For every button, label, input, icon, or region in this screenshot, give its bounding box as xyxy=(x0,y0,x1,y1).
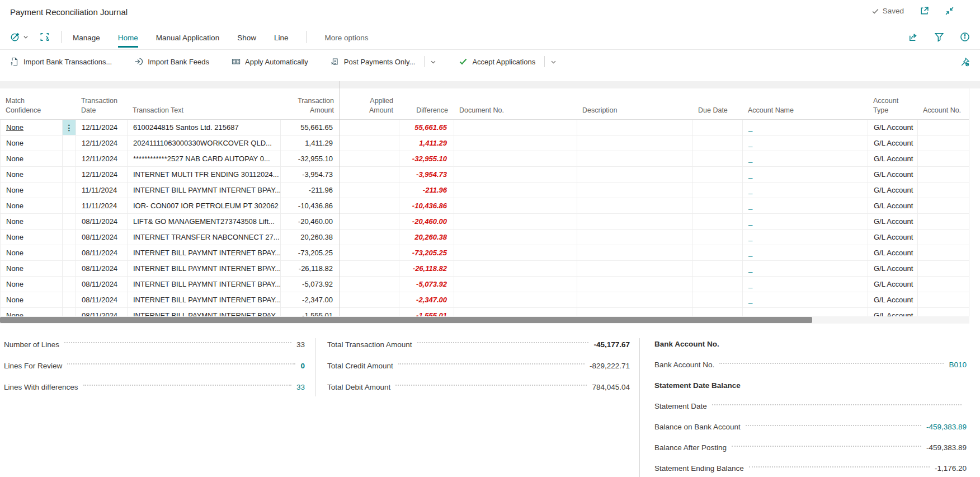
account-type-cell[interactable]: G/L Account xyxy=(868,167,918,182)
transaction-date-cell[interactable]: 08/11/2024 xyxy=(76,214,128,229)
transaction-date-cell[interactable]: 08/11/2024 xyxy=(76,277,128,292)
row-options-cell[interactable]: ⋮ xyxy=(63,261,76,276)
table-row[interactable]: None ⋮ 11/11/2024 INTERNET BILL PAYMNT I… xyxy=(1,183,969,198)
due-date-cell[interactable] xyxy=(693,198,743,213)
bank-account-no-link[interactable]: B010 xyxy=(949,361,967,369)
account-no-cell[interactable] xyxy=(918,120,969,135)
account-name-cell[interactable]: _ xyxy=(743,151,868,166)
transaction-amount-cell[interactable]: -211.96 xyxy=(281,183,340,198)
tab-manage[interactable]: Manage xyxy=(73,27,100,48)
difference-cell[interactable]: -1,555.01 xyxy=(399,308,454,316)
account-name-cell[interactable]: _ xyxy=(743,167,868,182)
due-date-cell[interactable] xyxy=(693,183,743,198)
document-no-cell[interactable] xyxy=(454,230,577,245)
description-cell[interactable] xyxy=(577,277,693,292)
document-no-cell[interactable] xyxy=(454,167,577,182)
transaction-text-cell[interactable]: INTERNET BILL PAYMNT INTERNET BPAY... xyxy=(128,308,281,316)
row-options-cell[interactable]: ⋮ xyxy=(63,230,76,245)
table-row[interactable]: None ⋮ 12/11/2024 INTERNET MULTI TFR END… xyxy=(1,167,969,183)
due-date-cell[interactable] xyxy=(693,292,743,307)
tab-show[interactable]: Show xyxy=(237,27,256,48)
description-cell[interactable] xyxy=(577,167,693,182)
document-no-cell[interactable] xyxy=(454,183,577,198)
col-header-transaction-text[interactable]: Transaction Text xyxy=(127,106,280,119)
description-cell[interactable] xyxy=(577,292,693,307)
horizontal-scrollbar[interactable] xyxy=(0,316,969,324)
transaction-date-cell[interactable]: 08/11/2024 xyxy=(76,230,128,245)
account-type-cell[interactable]: G/L Account xyxy=(868,292,918,307)
applied-amount-cell[interactable] xyxy=(340,230,399,245)
difference-cell[interactable]: -26,118.82 xyxy=(399,261,454,276)
due-date-cell[interactable] xyxy=(693,167,743,182)
difference-cell[interactable]: 1,411.29 xyxy=(399,135,454,151)
account-type-cell[interactable]: G/L Account xyxy=(868,245,918,260)
match-confidence-cell[interactable]: None xyxy=(1,135,63,151)
filter-icon[interactable] xyxy=(934,32,944,42)
account-type-cell[interactable]: G/L Account xyxy=(868,230,918,245)
info-icon[interactable] xyxy=(960,32,970,42)
row-options-cell[interactable]: ⋮ xyxy=(63,151,76,166)
transaction-text-cell[interactable]: INTERNET BILL PAYMNT INTERNET BPAY... xyxy=(128,245,281,260)
table-row[interactable]: None ⋮ 12/11/2024 6100244815 Santos Ltd.… xyxy=(1,120,969,135)
match-confidence-cell[interactable]: None xyxy=(1,198,63,213)
stat-value-link[interactable]: 0 xyxy=(300,362,305,370)
difference-cell[interactable]: -32,955.10 xyxy=(399,151,454,166)
account-no-cell[interactable] xyxy=(918,277,969,292)
col-header-transaction-amount[interactable]: Transaction Amount xyxy=(280,96,340,119)
account-no-cell[interactable] xyxy=(918,198,969,213)
table-row[interactable]: None ⋮ 08/11/2024 INTERNET BILL PAYMNT I… xyxy=(1,292,969,308)
tab-home[interactable]: Home xyxy=(118,27,138,48)
account-name-cell[interactable]: _ xyxy=(743,292,868,307)
description-cell[interactable] xyxy=(577,151,693,166)
difference-cell[interactable]: -73,205.25 xyxy=(399,245,454,260)
transaction-text-cell[interactable]: INTERNET MULTI TFR ENDING 30112024... xyxy=(128,167,281,182)
account-name-cell[interactable]: _ xyxy=(743,245,868,260)
account-type-cell[interactable]: G/L Account xyxy=(868,261,918,276)
transaction-text-cell[interactable]: INTERNET TRANSFER NABCONNECT 27... xyxy=(128,230,281,245)
account-no-cell[interactable] xyxy=(918,183,969,198)
col-header-transaction-date[interactable]: Transaction Date xyxy=(76,96,127,119)
due-date-cell[interactable] xyxy=(693,245,743,260)
match-confidence-cell[interactable]: None xyxy=(1,120,63,135)
transaction-date-cell[interactable]: 12/11/2024 xyxy=(76,151,128,166)
match-confidence-cell[interactable]: None xyxy=(1,292,63,307)
transaction-amount-cell[interactable]: -20,460.00 xyxy=(281,214,340,229)
transaction-text-cell[interactable]: INTERNET BILL PAYMNT INTERNET BPAY... xyxy=(128,183,281,198)
table-row[interactable]: None ⋮ 12/11/2024 ************2527 NAB C… xyxy=(1,151,969,167)
difference-cell[interactable]: -5,073.92 xyxy=(399,277,454,292)
table-row[interactable]: None ⋮ 08/11/2024 LIFT& GO MANAGEMENT273… xyxy=(1,214,969,230)
transaction-date-cell[interactable]: 08/11/2024 xyxy=(76,245,128,260)
more-options-button[interactable]: More options xyxy=(324,27,368,48)
due-date-cell[interactable] xyxy=(693,214,743,229)
transaction-text-cell[interactable]: ************2527 NAB CARD AUTOPAY 0... xyxy=(128,151,281,166)
account-no-cell[interactable] xyxy=(918,230,969,245)
import-bank-transactions-button[interactable]: Import Bank Transactions... xyxy=(10,57,112,66)
transaction-text-cell[interactable]: INTERNET BILL PAYMNT INTERNET BPAY... xyxy=(128,292,281,307)
description-cell[interactable] xyxy=(577,214,693,229)
match-confidence-cell[interactable]: None xyxy=(1,151,63,166)
account-name-cell[interactable]: _ xyxy=(743,135,868,151)
transaction-amount-cell[interactable]: 20,260.38 xyxy=(281,230,340,245)
applied-amount-cell[interactable] xyxy=(340,277,399,292)
match-confidence-cell[interactable]: None xyxy=(1,183,63,198)
account-name-cell[interactable]: _ xyxy=(743,214,868,229)
transaction-amount-cell[interactable]: -73,205.25 xyxy=(281,245,340,260)
applied-amount-cell[interactable] xyxy=(340,292,399,307)
account-name-cell[interactable]: _ xyxy=(743,261,868,276)
match-confidence-cell[interactable]: None xyxy=(1,214,63,229)
balance-on-bank-link[interactable]: -459,383.89 xyxy=(926,423,967,431)
document-no-cell[interactable] xyxy=(454,151,577,166)
due-date-cell[interactable] xyxy=(693,120,743,135)
tab-manual-application[interactable]: Manual Application xyxy=(156,27,219,48)
transaction-text-cell[interactable]: LIFT& GO MANAGEMENT273743508 Lift... xyxy=(128,214,281,229)
transaction-amount-cell[interactable]: -32,955.10 xyxy=(281,151,340,166)
description-cell[interactable] xyxy=(577,198,693,213)
table-row[interactable]: None ⋮ 08/11/2024 INTERNET BILL PAYMNT I… xyxy=(1,245,969,261)
transaction-amount-cell[interactable]: -26,118.82 xyxy=(281,261,340,276)
difference-cell[interactable]: -211.96 xyxy=(399,183,454,198)
description-cell[interactable] xyxy=(577,230,693,245)
col-header-account-name[interactable]: Account Name xyxy=(742,106,868,119)
post-payments-only-button[interactable]: Post Payments Only... xyxy=(331,56,437,67)
transaction-date-cell[interactable]: 08/11/2024 xyxy=(76,261,128,276)
table-row[interactable]: None ⋮ 08/11/2024 INTERNET BILL PAYMNT I… xyxy=(1,261,969,277)
